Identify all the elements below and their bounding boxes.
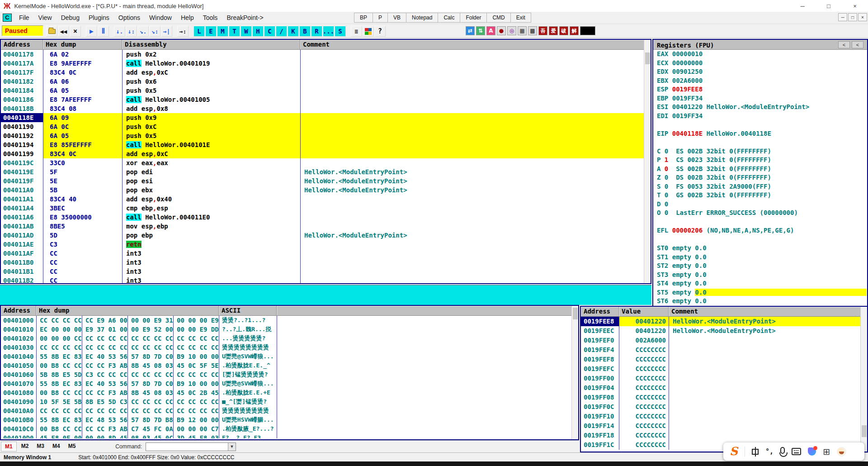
dark-grid-button[interactable]: ▩ [528, 26, 537, 35]
stack-row[interactable]: 0019FEF8CCCCCCCC [581, 355, 860, 364]
register-line[interactable]: P 1 CS 0023 32bit 0(FFFFFFFF) [657, 156, 867, 165]
jie-plugin-button[interactable]: 解 [570, 26, 579, 35]
disasm-row[interactable]: 004011AEC3retn [1, 240, 644, 249]
stack-row[interactable]: 0019FF18CCCCCCCC [581, 431, 860, 440]
menu-button-vb[interactable]: VB [387, 13, 406, 23]
disasm-row[interactable]: 004011926A 05push 0x5 [1, 131, 644, 140]
toolbar-letter-h[interactable]: H [252, 26, 264, 37]
disasm-row[interactable]: 0040118E6A 09push 0x9 [1, 113, 644, 122]
register-line[interactable]: Z 0 DS 002B 32bit 0(FFFFFFFF) [657, 173, 867, 182]
dump-col-hexdump[interactable]: Hex dump [36, 306, 219, 315]
disasm-row[interactable]: 0040119C33C0xor eax,eax [1, 158, 644, 167]
disasm-col-hexdump[interactable]: Hex dump [43, 40, 122, 49]
grid-button[interactable]: ▦ [518, 26, 527, 35]
menu-button-cmd[interactable]: CMD [486, 13, 510, 23]
toolbar-letter-w[interactable]: W [241, 26, 252, 37]
register-line[interactable]: EBP 0019FF34 [657, 94, 867, 103]
scroll-thumb[interactable] [645, 52, 650, 64]
register-line[interactable] [657, 235, 867, 244]
chevron-down-icon[interactable]: ▼ [228, 443, 236, 451]
collapse-left-button[interactable]: < [838, 41, 850, 48]
ai-plugin-button[interactable]: 爱 [549, 26, 558, 35]
open-file-button[interactable] [46, 26, 57, 37]
dump-col-address[interactable]: Address [1, 306, 36, 315]
register-line[interactable] [657, 218, 867, 227]
menu-button-folder[interactable]: Folder [460, 13, 486, 23]
scroll-thumb[interactable] [573, 308, 578, 319]
punctuation-icon[interactable]: °, [765, 447, 774, 456]
wu-plugin-button[interactable]: 吾 [538, 26, 547, 35]
disasm-row[interactable]: 004011A05Bpop ebxHelloWor.<ModuleEntryPo… [1, 185, 644, 195]
run-button[interactable]: ▶ [86, 26, 97, 37]
disasm-col-comment[interactable]: Comment [300, 40, 651, 49]
stack-col-value[interactable]: Value [619, 307, 669, 316]
disasm-row[interactable]: 00401194E8 85FEFFFFcall HelloWor.0040101… [1, 140, 644, 149]
stack-row[interactable]: 0019FEF0002A6000 [581, 336, 860, 345]
emoji-icon[interactable] [837, 447, 846, 456]
help-button[interactable]: ? [374, 26, 386, 37]
menu-item-debug[interactable]: Debug [57, 13, 84, 23]
toolbar-letter-s[interactable]: S [335, 26, 346, 37]
dump-row[interactable]: 0040102000 00 00 CCCC CC CC CCCC CC CC C… [1, 334, 571, 343]
stack-row[interactable]: 0019FF04CCCCCCCC [581, 383, 860, 393]
dump-col-ascii[interactable]: ASCII [219, 306, 277, 315]
register-line[interactable]: ST5 empty 0.0 [657, 288, 867, 297]
memory-tab-m3[interactable]: M3 [33, 442, 48, 452]
go-to-address-button[interactable]: →: [177, 26, 189, 37]
dump-row[interactable]: 0040109010 5F 5E 5B8B E5 5D C3CC CC CC C… [1, 397, 571, 406]
menu-item-view[interactable]: View [34, 13, 57, 23]
menu-item-options[interactable]: Options [114, 13, 145, 23]
hex-dump-scrollbar[interactable] [571, 306, 578, 439]
command-input[interactable]: ▼ [146, 442, 236, 451]
record-dot-button[interactable]: ● [497, 26, 506, 35]
menu-item-tools[interactable]: Tools [198, 13, 222, 23]
disasm-row[interactable]: 004011A183C4 40add esp,0x40 [1, 195, 644, 204]
dump-row[interactable]: 004010B055 8B EC 83EC 48 53 5657 8D 7D B… [1, 415, 571, 424]
font-a-button[interactable]: A [486, 26, 495, 35]
black-box[interactable] [580, 26, 595, 35]
menu-item-window[interactable]: Window [145, 13, 176, 23]
disasm-row[interactable]: 004011826A 06push 0x6 [1, 77, 644, 86]
menu-item-help[interactable]: Help [176, 13, 198, 23]
po-plugin-button[interactable]: 破 [559, 26, 568, 35]
toolbar-letter-c[interactable]: C [264, 26, 275, 37]
register-line[interactable]: C 0 ES 002B 32bit 0(FFFFFFFF) [657, 147, 867, 156]
register-line[interactable]: S 0 FS 0053 32bit 2A9000(FFF) [657, 182, 867, 191]
register-line[interactable]: ECX 00000000 [657, 59, 867, 68]
dump-row[interactable]: 004010A0CC CC CC CCCC CC CC CCCC CC CC C… [1, 406, 571, 415]
register-line[interactable]: ST3 empty 0.0 [657, 271, 867, 280]
disasm-row[interactable]: 0040117F83C4 0Cadd esp,0xC [1, 68, 644, 77]
step-over-button[interactable]: ↓: [126, 26, 137, 37]
collapse-left-button2[interactable]: < [852, 41, 863, 48]
disasm-row[interactable]: 0040119983C4 0Cadd esp,0xC [1, 149, 644, 158]
toolbar-letter-k[interactable]: K [288, 26, 299, 37]
toolbox-grid-icon[interactable]: ⊞ [823, 447, 830, 456]
pause-button[interactable]: Ⅱ [98, 26, 109, 37]
disasm-col-disassembly[interactable]: Disassembly [122, 40, 300, 49]
mdi-close-button[interactable]: × [858, 13, 867, 21]
toolbar-letter-more[interactable]: / [276, 26, 287, 37]
register-line[interactable]: EAX 00000010 [657, 50, 867, 59]
disasm-row[interactable]: 004011786A 02push 0x2 [1, 50, 644, 59]
disasm-row[interactable]: 004011A43BECcmp ebp,esp [1, 204, 644, 213]
dump-row[interactable]: 004010D045 F8 0F 0000 00 8D 4508 03 45 0… [1, 433, 571, 438]
stack-row[interactable]: 0019FEE800401220HelloWor.<ModuleEntryPoi… [581, 317, 860, 326]
disasm-row[interactable]: 004011AFCCint3 [1, 249, 644, 258]
toolbar-letter-m[interactable]: M [217, 26, 228, 37]
memory-tab-m2[interactable]: M2 [18, 442, 33, 452]
step-into-button[interactable]: ↓. [114, 26, 125, 37]
dump-row[interactable]: 004010605B 8B E5 5DC3 CC CC CCCC CC CC C… [1, 370, 571, 379]
dump-row[interactable]: 00401000CC CC CC CCCC E9 A6 0000 00 E9 3… [1, 316, 571, 325]
register-line[interactable]: ST6 empty 0.0 [657, 297, 867, 306]
disasm-row[interactable]: 004011B1CCint3 [1, 267, 644, 276]
stack-row[interactable]: 0019FEFCCCCCCCCC [581, 364, 860, 374]
register-line[interactable] [657, 120, 867, 129]
stack-row[interactable]: 0019FF0CCCCCCCCC [581, 402, 860, 412]
stack-row[interactable]: 0019FEEC00401220HelloWor.<ModuleEntryPoi… [581, 326, 860, 336]
execute-till-return-button[interactable]: →| [161, 26, 172, 37]
scroll-thumb[interactable] [862, 425, 867, 437]
disasm-row[interactable]: 0040117AE8 9AFEFFFFcall HelloWor.0040101… [1, 59, 644, 68]
dump-row[interactable]: 0040107055 8B EC 83EC 40 53 5657 8D 7D C… [1, 379, 571, 388]
register-line[interactable]: ESP 0019FEE8 [657, 85, 867, 94]
minimize-button[interactable]: ─ [789, 0, 816, 12]
